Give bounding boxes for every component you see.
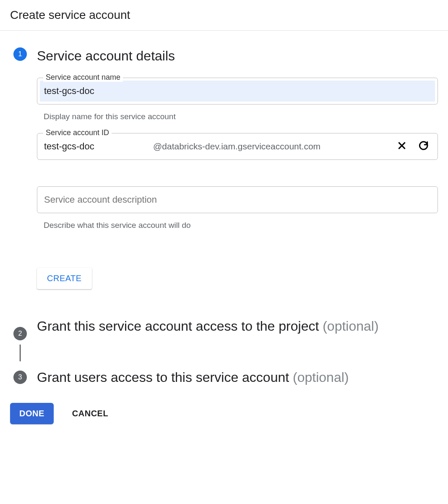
refresh-icon [418,140,429,152]
service-account-id-field: Service account ID @databricks-dev.iam.g… [37,133,438,160]
service-account-description-input[interactable] [37,187,438,213]
close-icon [396,140,407,152]
step-1-indicator: 1 [10,47,30,63]
step-3: 3 Grant users access to this service acc… [10,369,438,386]
done-button[interactable]: DONE [10,403,54,424]
step-1-heading: Service account details [37,47,438,65]
service-account-description-field [37,186,438,213]
step-2: 2 Grant this service account access to t… [10,318,438,361]
step-3-badge: 3 [13,371,27,384]
clear-id-button[interactable] [395,138,409,154]
create-button[interactable]: CREATE [37,268,92,289]
step-3-heading-text: Grant users access to this service accou… [37,370,289,385]
service-account-description-outline [37,186,438,213]
service-account-id-suffix: @databricks-dev.iam.gserviceaccount.com [153,141,390,151]
step-1-body: Service account details Service account … [30,47,438,306]
cancel-button[interactable]: CANCEL [72,409,108,418]
step-2-optional-label: (optional) [319,319,378,334]
service-account-name-field: Service account name [37,78,438,104]
service-account-id-input[interactable] [44,133,153,159]
footer-actions: DONE CANCEL [10,386,438,424]
service-account-description-helper: Describe what this service account will … [37,217,438,230]
service-account-name-helper: Display name for this service account [37,108,438,121]
content-area: 1 Service account details Service accoun… [0,31,448,441]
step-3-optional-label: (optional) [289,370,349,385]
page-header: Create service account [0,0,448,31]
service-account-id-label: Service account ID [43,128,112,137]
refresh-id-button[interactable] [417,138,431,154]
step-3-heading[interactable]: Grant users access to this service accou… [37,369,438,386]
service-account-name-outline: Service account name [37,78,438,104]
service-account-id-row: @databricks-dev.iam.gserviceaccount.com [37,133,438,159]
step-2-badge: 2 [13,327,27,340]
step-1: 1 Service account details Service accoun… [10,47,438,306]
service-account-id-actions [390,138,431,154]
step-2-heading[interactable]: Grant this service account access to the… [37,318,438,335]
step-3-indicator: 3 [10,369,30,384]
service-account-name-label: Service account name [43,73,123,82]
page-title: Create service account [10,8,438,22]
step-3-body: Grant users access to this service accou… [30,369,438,386]
step-2-connector-line [20,345,21,361]
service-account-name-input[interactable] [40,81,435,102]
step-2-indicator: 2 [10,318,30,361]
step-2-body: Grant this service account access to the… [30,318,438,335]
service-account-id-outline: Service account ID @databricks-dev.iam.g… [37,133,438,160]
step-1-badge: 1 [13,47,27,61]
step-2-heading-text: Grant this service account access to the… [37,319,319,334]
